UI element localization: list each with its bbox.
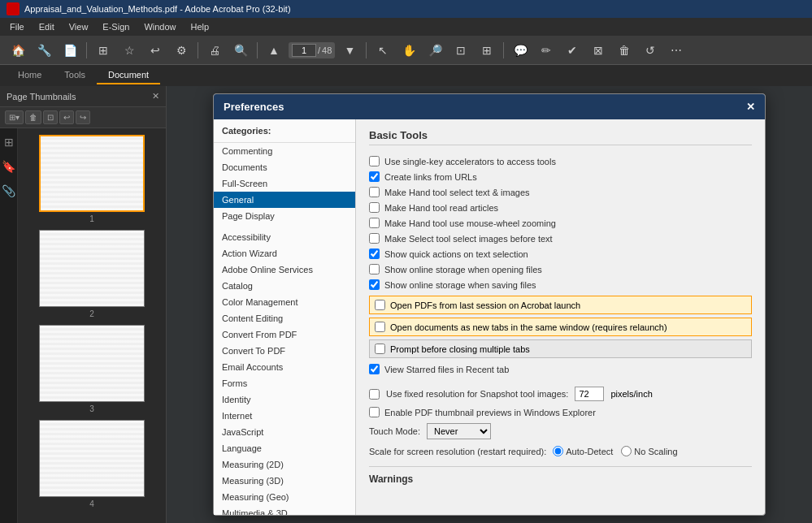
page-number-input[interactable]: 1 [292,44,316,57]
tab-home[interactable]: Home [7,67,53,84]
panel-icon-layers[interactable]: ⊞ [2,135,16,149]
thumb-delete-btn[interactable]: 🗑 [25,110,41,124]
thumbnail-view-button[interactable]: ⊞ [92,39,115,62]
category-multimedia-3d[interactable]: Multimedia & 3D [214,505,355,515]
prev-page-button[interactable]: ▲ [263,39,285,62]
touch-mode-select[interactable]: Never Automatic Always [427,423,491,439]
share-button[interactable]: ↺ [639,39,662,62]
cb-online-save-input[interactable] [369,279,380,290]
thumbnail-3[interactable]: 3 [24,325,159,413]
cb-online-open-input[interactable] [369,264,380,274]
category-convert-from-pdf[interactable]: Convert From PDF [214,326,355,343]
menu-esign[interactable]: E-Sign [96,20,136,33]
thumbnail-1[interactable]: 1 [24,135,159,223]
stamp-button[interactable]: ✔ [561,39,584,62]
cb-single-key: Use single-key accelerators to access to… [369,153,752,169]
bookmark-button[interactable]: ☆ [118,39,141,62]
category-catalog[interactable]: Catalog [214,278,355,294]
category-measuring-3d[interactable]: Measuring (3D) [214,473,355,489]
panel-icon-bookmark[interactable]: 🔖 [2,159,16,174]
tab-document[interactable]: Document [97,67,160,84]
scale-label: Scale for screen resolution (restart req… [369,447,546,456]
sp-open-last-session-input[interactable] [375,300,385,310]
tools-expand-button[interactable]: ⚙ [170,39,193,62]
category-content-editing[interactable]: Content Editing [214,310,355,326]
cb-fixed-res-input[interactable] [369,389,380,400]
category-measuring-2d[interactable]: Measuring (2D) [214,456,355,473]
category-internet[interactable]: Internet [214,408,355,424]
cb-hand-articles-input[interactable] [369,202,380,213]
sp-open-new-tabs: Open documents as new tabs in the same w… [369,318,752,336]
scale-auto-radio[interactable] [553,446,563,456]
dialog-body: Categories: Commenting Documents Full-Sc… [214,119,765,515]
cb-create-links-input[interactable] [369,171,380,182]
pen-button[interactable]: ✏ [535,39,558,62]
category-javascript[interactable]: JavaScript [214,424,355,440]
category-identity[interactable]: Identity [214,391,355,408]
document-button[interactable]: 📄 [59,39,81,62]
cb-quick-actions-input[interactable] [369,249,380,259]
print-button[interactable]: 🖨 [203,39,226,62]
category-color-management[interactable]: Color Management [214,294,355,310]
fixed-res-label: Use fixed resolution for Snapshot tool i… [386,389,568,399]
cb-quick-actions: Show quick actions on text selection [369,246,752,262]
zoom-in-button[interactable]: 🔎 [423,39,446,62]
panel-content: ⊞ 🔖 📎 1 2 3 4 [0,128,166,523]
sp-open-new-tabs-input[interactable] [375,322,385,332]
thumb-redo-btn[interactable]: ↪ [76,110,90,124]
category-forms[interactable]: Forms [214,375,355,391]
resolution-value-input[interactable] [575,387,604,401]
home-button[interactable]: 🏠 [7,39,29,62]
thumbnail-2[interactable]: 2 [24,230,159,318]
cb-view-starred-input[interactable] [369,364,380,374]
panel-icon-attach[interactable]: 📎 [2,184,16,198]
select-tool-button[interactable]: ↖ [371,39,394,62]
thumb-view-btn[interactable]: ⊞▾ [5,110,24,124]
more-button[interactable]: ⋯ [665,39,688,62]
separator-1 [86,42,87,58]
scale-none-radio[interactable] [621,446,632,456]
category-convert-to-pdf[interactable]: Convert To PDF [214,343,355,359]
menu-window[interactable]: Window [137,20,182,33]
menu-view[interactable]: View [63,20,95,33]
thumb-undo-btn[interactable]: ↩ [59,110,74,124]
cb-hand-select-input[interactable] [369,187,380,197]
tab-tools[interactable]: Tools [53,67,97,84]
cb-hand-wheel-input[interactable] [369,218,380,228]
category-adobe-online[interactable]: Adobe Online Services [214,262,355,278]
marquee-button[interactable]: ⊡ [449,39,472,62]
menu-edit[interactable]: Edit [33,20,61,33]
category-accessibility[interactable]: Accessibility [214,229,355,245]
panel-close-icon[interactable]: ✕ [152,91,159,102]
cb-single-key-input[interactable] [369,156,380,166]
thumbnail-toolbar: ⊞▾ 🗑 ⊡ ↩ ↪ [0,107,166,128]
cb-select-images-input[interactable] [369,233,380,244]
dialog-close-icon[interactable]: ✕ [746,101,755,113]
zoom-out-button[interactable]: 🔍 [229,39,252,62]
comment-button[interactable]: 💬 [509,39,532,62]
fill-button[interactable]: ⊠ [587,39,610,62]
cb-pdf-thumbnail-input[interactable] [369,407,380,417]
text-select-button[interactable]: ⊞ [475,39,498,62]
category-general[interactable]: General [214,192,355,208]
category-documents[interactable]: Documents [214,159,355,175]
sp-prompt-close-input[interactable] [375,344,385,354]
menu-file[interactable]: File [3,20,31,33]
edit-button[interactable]: 🗑 [613,39,636,62]
tools-button[interactable]: 🔧 [33,39,55,62]
category-action-wizard[interactable]: Action Wizard [214,245,355,262]
next-page-button[interactable]: ▼ [338,39,361,62]
page-nav: 1 / 48 [289,42,335,58]
category-email-accounts[interactable]: Email Accounts [214,359,355,375]
category-measuring-geo[interactable]: Measuring (Geo) [214,489,355,505]
category-page-display[interactable]: Page Display [214,208,355,224]
category-commenting[interactable]: Commenting [214,143,355,159]
thumb-extract-btn[interactable]: ⊡ [43,110,58,124]
app-icon [7,2,20,15]
category-full-screen[interactable]: Full-Screen [214,175,355,192]
category-language[interactable]: Language [214,440,355,456]
menu-help[interactable]: Help [185,20,216,33]
thumbnail-4[interactable]: 4 [24,420,159,508]
hand-tool-button[interactable]: ✋ [397,39,420,62]
back-button[interactable]: ↩ [144,39,167,62]
